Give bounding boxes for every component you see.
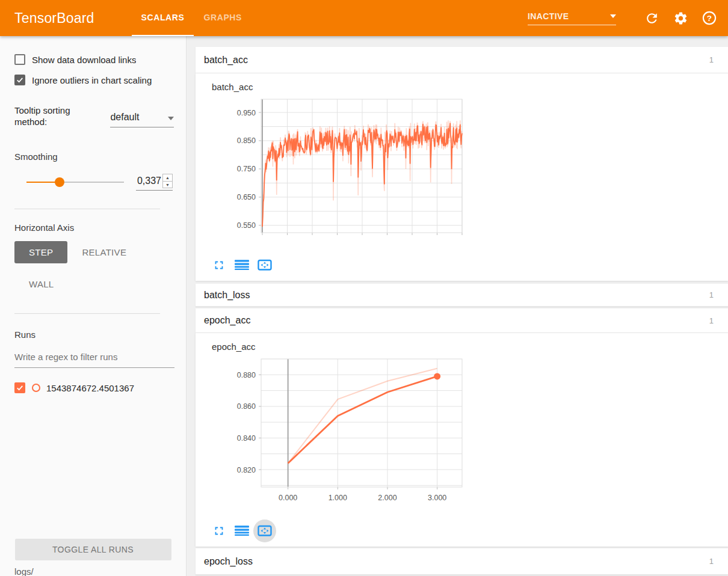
svg-text:0.850: 0.850	[237, 136, 256, 145]
category-count-badge: 1	[709, 557, 714, 566]
sidebar-divider	[14, 313, 160, 314]
axis-step-button[interactable]: STEP	[14, 241, 67, 263]
category-title: epoch_acc	[204, 315, 250, 326]
sidebar-divider	[14, 209, 160, 209]
category-count-badge: 1	[709, 55, 714, 64]
category-header-batch-loss[interactable]: batch_loss 1	[196, 284, 728, 307]
help-icon[interactable]: ?	[702, 10, 717, 26]
category-title: epoch_loss	[204, 556, 253, 567]
svg-text:0.860: 0.860	[237, 402, 256, 411]
category-title: batch_acc	[204, 55, 248, 66]
ignore-outliers-checkbox[interactable]	[14, 75, 25, 85]
svg-text:0.550: 0.550	[237, 221, 256, 230]
runs-selector-icon[interactable]	[235, 258, 249, 272]
category-header-epoch-acc[interactable]: epoch_acc 1	[196, 308, 728, 333]
app-title: TensorBoard	[14, 10, 94, 26]
run-list-item[interactable]: 1543874672.4501367	[14, 382, 174, 393]
epoch-acc-chart-card: epoch_acc 0.0001.0002.0003.0000.8200.840…	[196, 333, 728, 547]
batch-acc-chart[interactable]: 0.5500.6500.7500.8500.950	[212, 94, 728, 248]
stepper-up-icon[interactable]: ▲	[163, 174, 172, 181]
toggle-all-runs-button[interactable]: TOGGLE ALL RUNS	[15, 539, 171, 560]
settings-gear-icon[interactable]	[673, 10, 688, 26]
axis-relative-button[interactable]: RELATIVE	[67, 241, 141, 263]
horizontal-axis-label: Horizontal Axis	[14, 222, 174, 233]
chevron-down-icon	[610, 14, 616, 18]
runs-label: Runs	[14, 329, 174, 340]
run-name: 1543874672.4501367	[46, 383, 134, 393]
runs-directory-label: logs/	[14, 566, 186, 576]
fit-domain-icon[interactable]	[258, 258, 272, 272]
smoothing-stepper: ▲ ▼	[162, 174, 173, 188]
svg-text:?: ?	[707, 14, 712, 23]
svg-text:0.840: 0.840	[237, 434, 256, 443]
ignore-outliers-checkbox-row[interactable]: Ignore outliers in chart scaling	[14, 71, 174, 89]
svg-text:0.750: 0.750	[237, 165, 256, 173]
svg-text:0.950: 0.950	[237, 109, 256, 117]
category-title: batch_loss	[204, 290, 250, 301]
show-download-links-checkbox[interactable]	[14, 54, 25, 65]
tab-scalars[interactable]: SCALARS	[132, 0, 194, 36]
refresh-icon[interactable]	[644, 10, 659, 26]
batch-acc-chart-card: batch_acc 0.5500.6500.7500.8500.950	[196, 73, 728, 281]
category-header-epoch-loss[interactable]: epoch_loss 1	[196, 548, 728, 575]
show-download-links-label: Show data download links	[32, 55, 136, 65]
smoothing-value-group: 0,337 ▲ ▼	[136, 174, 173, 191]
svg-text:0.000: 0.000	[279, 494, 297, 502]
svg-text:3.000: 3.000	[428, 494, 446, 502]
stepper-down-icon[interactable]: ▼	[163, 181, 172, 188]
ignore-outliers-label: Ignore outliers in chart scaling	[32, 75, 152, 85]
svg-text:0.820: 0.820	[237, 466, 256, 474]
svg-text:0.880: 0.880	[237, 371, 256, 379]
axis-wall-button[interactable]: WALL	[14, 273, 69, 295]
status-dropdown-value: INACTIVE	[528, 11, 569, 21]
smoothing-slider-thumb[interactable]	[55, 177, 64, 187]
smoothing-label: Smoothing	[14, 152, 174, 162]
chevron-down-icon	[168, 117, 174, 120]
runs-selector-icon[interactable]	[235, 524, 249, 538]
runs-filter-input[interactable]	[14, 352, 174, 368]
svg-text:0.650: 0.650	[237, 193, 256, 201]
smoothing-slider[interactable]	[26, 182, 124, 183]
run-checkbox[interactable]	[14, 382, 25, 393]
fit-domain-icon[interactable]	[258, 524, 272, 538]
app-header: TensorBoard SCALARS GRAPHS INACTIVE ?	[0, 0, 728, 36]
dashboard-content: batch_acc 1 batch_acc 0.5500.6500.7500.8…	[187, 36, 728, 576]
category-count-badge: 1	[709, 316, 714, 325]
tooltip-sorting-value: default	[110, 112, 139, 123]
batch-acc-chart-title: batch_acc	[212, 82, 728, 92]
run-color-swatch-icon	[32, 384, 40, 392]
category-count-badge: 1	[709, 290, 714, 299]
status-dropdown[interactable]: INACTIVE	[528, 11, 616, 25]
tab-graphs[interactable]: GRAPHS	[194, 0, 251, 36]
tooltip-sorting-label: Tooltip sorting method:	[14, 105, 93, 127]
tooltip-sorting-dropdown[interactable]: default	[110, 105, 174, 127]
svg-text:2.000: 2.000	[378, 494, 396, 502]
epoch-acc-chart[interactable]: 0.0001.0002.0003.0000.8200.8400.8600.880	[212, 354, 728, 514]
category-header-batch-acc[interactable]: batch_acc 1	[196, 47, 728, 73]
tab-bar: SCALARS GRAPHS	[132, 0, 251, 36]
show-download-links-checkbox-row[interactable]: Show data download links	[14, 51, 174, 69]
sidebar: Show data download links Ignore outliers…	[0, 36, 187, 576]
smoothing-value-input[interactable]: 0,337	[136, 176, 161, 186]
header-controls: INACTIVE ?	[528, 10, 717, 26]
epoch-acc-chart-title: epoch_acc	[212, 342, 728, 352]
svg-text:1.000: 1.000	[329, 494, 347, 502]
expand-chart-icon[interactable]	[212, 258, 226, 272]
expand-chart-icon[interactable]	[212, 524, 226, 538]
